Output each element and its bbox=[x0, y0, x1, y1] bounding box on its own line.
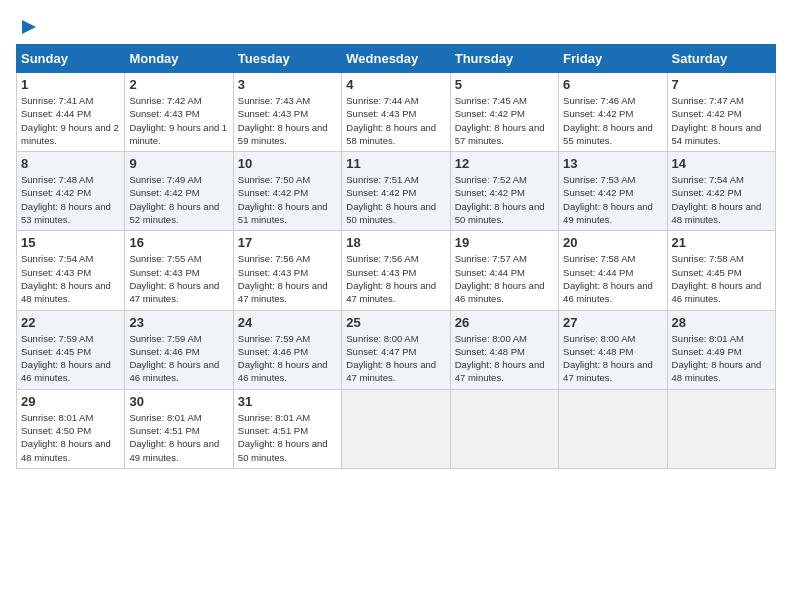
day-number: 24 bbox=[238, 315, 337, 330]
calendar-cell: 20 Sunrise: 7:58 AMSunset: 4:44 PMDaylig… bbox=[559, 231, 667, 310]
day-number: 13 bbox=[563, 156, 662, 171]
day-info: Sunrise: 7:58 AMSunset: 4:44 PMDaylight:… bbox=[563, 253, 653, 304]
calendar-cell: 24 Sunrise: 7:59 AMSunset: 4:46 PMDaylig… bbox=[233, 310, 341, 389]
day-info: Sunrise: 7:55 AMSunset: 4:43 PMDaylight:… bbox=[129, 253, 219, 304]
calendar-cell: 25 Sunrise: 8:00 AMSunset: 4:47 PMDaylig… bbox=[342, 310, 450, 389]
calendar-week-5: 29 Sunrise: 8:01 AMSunset: 4:50 PMDaylig… bbox=[17, 389, 776, 468]
calendar-week-1: 1 Sunrise: 7:41 AMSunset: 4:44 PMDayligh… bbox=[17, 73, 776, 152]
day-info: Sunrise: 8:00 AMSunset: 4:47 PMDaylight:… bbox=[346, 333, 436, 384]
page-container: SundayMondayTuesdayWednesdayThursdayFrid… bbox=[0, 0, 792, 477]
calendar-cell: 4 Sunrise: 7:44 AMSunset: 4:43 PMDayligh… bbox=[342, 73, 450, 152]
day-number: 8 bbox=[21, 156, 120, 171]
day-info: Sunrise: 7:59 AMSunset: 4:46 PMDaylight:… bbox=[238, 333, 328, 384]
day-number: 15 bbox=[21, 235, 120, 250]
col-header-friday: Friday bbox=[559, 45, 667, 73]
day-number: 22 bbox=[21, 315, 120, 330]
calendar-cell: 23 Sunrise: 7:59 AMSunset: 4:46 PMDaylig… bbox=[125, 310, 233, 389]
day-info: Sunrise: 8:00 AMSunset: 4:48 PMDaylight:… bbox=[563, 333, 653, 384]
calendar-cell: 18 Sunrise: 7:56 AMSunset: 4:43 PMDaylig… bbox=[342, 231, 450, 310]
header-row: SundayMondayTuesdayWednesdayThursdayFrid… bbox=[17, 45, 776, 73]
calendar-cell: 19 Sunrise: 7:57 AMSunset: 4:44 PMDaylig… bbox=[450, 231, 558, 310]
calendar-cell: 15 Sunrise: 7:54 AMSunset: 4:43 PMDaylig… bbox=[17, 231, 125, 310]
day-info: Sunrise: 8:00 AMSunset: 4:48 PMDaylight:… bbox=[455, 333, 545, 384]
day-info: Sunrise: 7:56 AMSunset: 4:43 PMDaylight:… bbox=[238, 253, 328, 304]
day-info: Sunrise: 8:01 AMSunset: 4:51 PMDaylight:… bbox=[129, 412, 219, 463]
logo-arrow-icon bbox=[18, 16, 40, 38]
day-number: 12 bbox=[455, 156, 554, 171]
calendar-week-4: 22 Sunrise: 7:59 AMSunset: 4:45 PMDaylig… bbox=[17, 310, 776, 389]
calendar-cell: 22 Sunrise: 7:59 AMSunset: 4:45 PMDaylig… bbox=[17, 310, 125, 389]
calendar-cell bbox=[342, 389, 450, 468]
day-info: Sunrise: 7:59 AMSunset: 4:46 PMDaylight:… bbox=[129, 333, 219, 384]
calendar-cell: 27 Sunrise: 8:00 AMSunset: 4:48 PMDaylig… bbox=[559, 310, 667, 389]
day-number: 27 bbox=[563, 315, 662, 330]
calendar-cell: 13 Sunrise: 7:53 AMSunset: 4:42 PMDaylig… bbox=[559, 152, 667, 231]
day-info: Sunrise: 7:48 AMSunset: 4:42 PMDaylight:… bbox=[21, 174, 111, 225]
calendar-cell: 10 Sunrise: 7:50 AMSunset: 4:42 PMDaylig… bbox=[233, 152, 341, 231]
day-info: Sunrise: 7:44 AMSunset: 4:43 PMDaylight:… bbox=[346, 95, 436, 146]
col-header-sunday: Sunday bbox=[17, 45, 125, 73]
day-number: 7 bbox=[672, 77, 771, 92]
day-info: Sunrise: 8:01 AMSunset: 4:51 PMDaylight:… bbox=[238, 412, 328, 463]
day-number: 18 bbox=[346, 235, 445, 250]
col-header-wednesday: Wednesday bbox=[342, 45, 450, 73]
calendar-cell bbox=[559, 389, 667, 468]
day-number: 2 bbox=[129, 77, 228, 92]
calendar-cell: 5 Sunrise: 7:45 AMSunset: 4:42 PMDayligh… bbox=[450, 73, 558, 152]
day-info: Sunrise: 7:45 AMSunset: 4:42 PMDaylight:… bbox=[455, 95, 545, 146]
day-info: Sunrise: 7:51 AMSunset: 4:42 PMDaylight:… bbox=[346, 174, 436, 225]
col-header-monday: Monday bbox=[125, 45, 233, 73]
day-info: Sunrise: 7:46 AMSunset: 4:42 PMDaylight:… bbox=[563, 95, 653, 146]
day-number: 17 bbox=[238, 235, 337, 250]
day-info: Sunrise: 7:47 AMSunset: 4:42 PMDaylight:… bbox=[672, 95, 762, 146]
calendar-cell: 30 Sunrise: 8:01 AMSunset: 4:51 PMDaylig… bbox=[125, 389, 233, 468]
day-number: 20 bbox=[563, 235, 662, 250]
calendar-cell: 1 Sunrise: 7:41 AMSunset: 4:44 PMDayligh… bbox=[17, 73, 125, 152]
day-info: Sunrise: 7:42 AMSunset: 4:43 PMDaylight:… bbox=[129, 95, 227, 146]
col-header-tuesday: Tuesday bbox=[233, 45, 341, 73]
day-number: 4 bbox=[346, 77, 445, 92]
header bbox=[16, 16, 776, 34]
day-info: Sunrise: 7:41 AMSunset: 4:44 PMDaylight:… bbox=[21, 95, 119, 146]
day-info: Sunrise: 7:53 AMSunset: 4:42 PMDaylight:… bbox=[563, 174, 653, 225]
day-number: 3 bbox=[238, 77, 337, 92]
col-header-saturday: Saturday bbox=[667, 45, 775, 73]
calendar-cell: 21 Sunrise: 7:58 AMSunset: 4:45 PMDaylig… bbox=[667, 231, 775, 310]
day-info: Sunrise: 7:52 AMSunset: 4:42 PMDaylight:… bbox=[455, 174, 545, 225]
calendar-cell: 14 Sunrise: 7:54 AMSunset: 4:42 PMDaylig… bbox=[667, 152, 775, 231]
logo bbox=[16, 16, 40, 34]
calendar-cell bbox=[450, 389, 558, 468]
day-number: 9 bbox=[129, 156, 228, 171]
day-number: 26 bbox=[455, 315, 554, 330]
day-number: 10 bbox=[238, 156, 337, 171]
day-number: 19 bbox=[455, 235, 554, 250]
day-info: Sunrise: 8:01 AMSunset: 4:50 PMDaylight:… bbox=[21, 412, 111, 463]
calendar-week-3: 15 Sunrise: 7:54 AMSunset: 4:43 PMDaylig… bbox=[17, 231, 776, 310]
day-number: 5 bbox=[455, 77, 554, 92]
calendar-week-2: 8 Sunrise: 7:48 AMSunset: 4:42 PMDayligh… bbox=[17, 152, 776, 231]
day-number: 11 bbox=[346, 156, 445, 171]
day-info: Sunrise: 7:50 AMSunset: 4:42 PMDaylight:… bbox=[238, 174, 328, 225]
day-number: 29 bbox=[21, 394, 120, 409]
day-info: Sunrise: 7:58 AMSunset: 4:45 PMDaylight:… bbox=[672, 253, 762, 304]
calendar-cell: 8 Sunrise: 7:48 AMSunset: 4:42 PMDayligh… bbox=[17, 152, 125, 231]
calendar-cell: 6 Sunrise: 7:46 AMSunset: 4:42 PMDayligh… bbox=[559, 73, 667, 152]
calendar-cell bbox=[667, 389, 775, 468]
day-number: 31 bbox=[238, 394, 337, 409]
col-header-thursday: Thursday bbox=[450, 45, 558, 73]
day-number: 16 bbox=[129, 235, 228, 250]
day-info: Sunrise: 7:43 AMSunset: 4:43 PMDaylight:… bbox=[238, 95, 328, 146]
day-number: 21 bbox=[672, 235, 771, 250]
calendar-cell: 3 Sunrise: 7:43 AMSunset: 4:43 PMDayligh… bbox=[233, 73, 341, 152]
calendar-cell: 31 Sunrise: 8:01 AMSunset: 4:51 PMDaylig… bbox=[233, 389, 341, 468]
calendar-cell: 2 Sunrise: 7:42 AMSunset: 4:43 PMDayligh… bbox=[125, 73, 233, 152]
day-number: 25 bbox=[346, 315, 445, 330]
day-info: Sunrise: 7:54 AMSunset: 4:43 PMDaylight:… bbox=[21, 253, 111, 304]
day-number: 1 bbox=[21, 77, 120, 92]
calendar-cell: 28 Sunrise: 8:01 AMSunset: 4:49 PMDaylig… bbox=[667, 310, 775, 389]
day-number: 30 bbox=[129, 394, 228, 409]
calendar-cell: 12 Sunrise: 7:52 AMSunset: 4:42 PMDaylig… bbox=[450, 152, 558, 231]
calendar-cell: 17 Sunrise: 7:56 AMSunset: 4:43 PMDaylig… bbox=[233, 231, 341, 310]
svg-marker-0 bbox=[22, 20, 36, 34]
calendar-table: SundayMondayTuesdayWednesdayThursdayFrid… bbox=[16, 44, 776, 469]
